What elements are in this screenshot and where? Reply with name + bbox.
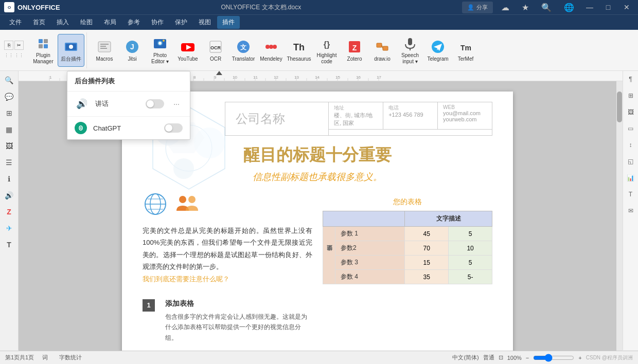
menu-protect[interactable]: 保护 <box>170 16 192 29</box>
sidebar-right-table[interactable]: ⊞ <box>625 89 637 102</box>
app-logo: O ONLYOFFICE <box>4 2 60 12</box>
language-selector[interactable]: 中文(简体) <box>452 354 478 361</box>
web-value1: you@mail.com <box>443 110 487 116</box>
zoom-in-button[interactable]: + <box>578 355 581 361</box>
share-button[interactable]: 👤 分享 <box>462 2 493 13</box>
sidebar-right-paragraph[interactable]: ¶ <box>625 73 637 85</box>
speech-more-button[interactable]: ··· <box>170 98 183 110</box>
sidebar-volume[interactable]: 🔊 <box>2 188 16 203</box>
sidebar-right-image[interactable]: 🖼 <box>625 106 637 118</box>
drawio-label: draw.io <box>374 56 391 62</box>
svg-text:10: 10 <box>233 75 237 80</box>
sidebar-zotero[interactable]: Z <box>2 205 16 219</box>
thesaurus-button[interactable]: Th Thesaurus <box>286 34 312 67</box>
menu-plugins[interactable]: 插件 <box>217 16 240 29</box>
zoom-slider[interactable] <box>533 354 574 362</box>
speech-input-label: Speechinput ▾ <box>401 52 419 65</box>
sidebar-right-header[interactable]: ↕ <box>625 139 637 151</box>
maximize-button[interactable]: □ <box>601 0 615 14</box>
svg-text:12: 12 <box>274 75 278 80</box>
zoom-out-button[interactable]: − <box>526 355 529 361</box>
ocr-button[interactable]: OCR OCR <box>202 34 229 67</box>
header-search-button[interactable]: 🔍 <box>537 1 556 14</box>
translator-button[interactable]: 文 Translator <box>230 34 257 67</box>
svg-text:OCR: OCR <box>210 45 221 50</box>
chatgpt-icon <box>75 122 87 134</box>
telegram-button[interactable]: Telegram <box>424 34 451 67</box>
minimize-button[interactable]: — <box>582 0 597 14</box>
mendeley-button[interactable]: Mendeley <box>258 34 285 67</box>
termef-icon: Tm <box>457 39 474 55</box>
zotero-button[interactable]: Z Zotero <box>341 34 368 67</box>
toolbar-small-4[interactable]: ⋮⋮ <box>14 51 24 60</box>
svg-text:文: 文 <box>240 44 246 51</box>
svg-point-12 <box>163 40 165 42</box>
sidebar-left: 🔍 💬 ⊞ ▦ 🖼 ☰ ℹ 🔊 Z ✈ T <box>0 71 19 350</box>
photo-editor-button[interactable]: PhotoEditor ▾ <box>147 34 173 67</box>
svg-point-96 <box>179 196 186 203</box>
toolbar: ⎘ ✂ ⋮⋮ ⋮⋮ PluginManager <box>0 30 638 71</box>
sidebar-info[interactable]: ℹ <box>2 172 16 186</box>
section-title: 添加表格 <box>165 299 312 308</box>
logo-text: ONLYOFFICE <box>17 4 60 11</box>
sidebar-termef[interactable]: T <box>2 238 16 252</box>
chatgpt-toggle-knob <box>165 124 172 132</box>
web-value2: yourweb.com <box>443 116 487 122</box>
menu-collaborate[interactable]: 协作 <box>146 16 169 29</box>
speech-toggle[interactable] <box>146 99 164 108</box>
drawio-button[interactable]: draw.io <box>369 34 396 67</box>
table-row: 参数2 70 10 <box>323 241 492 256</box>
ocr-label: OCR <box>210 56 221 62</box>
status-left: 第1页共1页 词 字数统计 <box>5 353 85 362</box>
sidebar-chat[interactable]: 💬 <box>2 89 16 104</box>
photo-editor-icon <box>152 36 168 51</box>
macros-button[interactable]: Macros <box>91 34 118 67</box>
menu-file[interactable]: 文件 <box>4 16 27 29</box>
sidebar-right-scroll[interactable]: ◱ <box>625 155 637 168</box>
dropdown-title: 后台插件列表 <box>67 71 190 92</box>
doc-mode-button[interactable]: 普通 <box>483 354 494 361</box>
sidebar-right-text[interactable]: T <box>625 188 637 201</box>
active-plugin-button[interactable]: 后台插件 <box>58 34 84 67</box>
section-text: 包含很多字的文件肯定会让人感到很无趣。这就是为什么添加表格可以帮助提供一个更好的… <box>165 312 312 343</box>
speech-input-button[interactable]: Speechinput ▾ <box>397 34 423 67</box>
sidebar-right-chart[interactable]: 📊 <box>625 172 637 184</box>
profile-button[interactable]: 🌐 <box>560 1 578 14</box>
highlight-code-button[interactable]: {} Highlightcode <box>313 34 340 67</box>
photo-editor-label: PhotoEditor ▾ <box>151 52 169 65</box>
sidebar-table[interactable]: ▦ <box>2 122 16 137</box>
sidebar-layout[interactable]: ⊞ <box>2 106 16 120</box>
share-label: 分享 <box>476 4 488 11</box>
word-count-icon: 词 <box>42 354 48 361</box>
menu-home[interactable]: 首页 <box>28 16 50 29</box>
word-count-button[interactable]: 字数统计 <box>56 353 85 362</box>
youtube-button[interactable]: YouTube <box>174 34 201 67</box>
sidebar-list[interactable]: ☰ <box>2 155 16 170</box>
menu-draw[interactable]: 绘图 <box>75 16 98 29</box>
close-button[interactable]: ✕ <box>619 0 634 14</box>
sidebar-telegram[interactable]: ✈ <box>2 221 16 235</box>
plugin-manager-icon <box>35 36 51 51</box>
plugin-manager-button[interactable]: PluginManager <box>30 34 57 67</box>
menu-layout[interactable]: 布局 <box>99 16 121 29</box>
fit-page-button[interactable]: ⊡ <box>499 354 503 361</box>
address-label: 地址 <box>334 104 378 112</box>
menu-reference[interactable]: 参考 <box>122 16 145 29</box>
jitsi-button[interactable]: J Jitsi <box>119 34 146 67</box>
termef-button[interactable]: Tm TerMef <box>452 34 479 67</box>
toolbar-small-3[interactable]: ⋮⋮ <box>4 51 13 60</box>
speech-dropdown-label: 讲话 <box>95 99 139 108</box>
menu-view[interactable]: 视图 <box>193 16 216 29</box>
save-cloud-button[interactable]: ☁ <box>497 1 513 14</box>
sidebar-search[interactable]: 🔍 <box>2 73 16 87</box>
sidebar-right-mail[interactable]: ✉ <box>625 205 637 217</box>
toolbar-small-2[interactable]: ✂ <box>14 41 24 50</box>
sidebar-image[interactable]: 🖼 <box>2 139 16 153</box>
table-header: 文字描述 <box>405 211 492 227</box>
chatgpt-toggle[interactable] <box>164 123 183 133</box>
toolbar-small-1[interactable]: ⎘ <box>4 41 13 50</box>
sidebar-right-layout[interactable]: ▭ <box>625 122 637 135</box>
star-button[interactable]: ★ <box>518 1 533 14</box>
mendeley-label: Mendeley <box>260 56 282 62</box>
menu-insert[interactable]: 插入 <box>51 16 74 29</box>
